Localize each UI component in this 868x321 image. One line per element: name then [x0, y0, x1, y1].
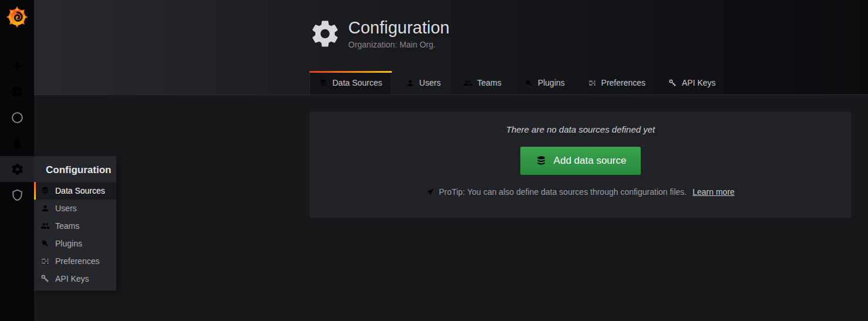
protip-text: ProTip: You can also define data sources… [439, 187, 687, 197]
plug-icon [41, 239, 50, 248]
flyout-item-preferences[interactable]: Preferences [34, 252, 116, 270]
tab-label: Preferences [601, 78, 645, 87]
tab-label: Plugins [538, 78, 565, 87]
tab-api-keys[interactable]: API Keys [660, 72, 725, 94]
tab-data-sources[interactable]: Data Sources [309, 71, 392, 94]
tab-label: Teams [477, 78, 501, 87]
tab-label: API Keys [682, 78, 716, 87]
flyout-item-teams[interactable]: Teams [34, 217, 116, 235]
tab-users[interactable]: Users [397, 72, 450, 94]
sidebar-item-dashboards[interactable] [0, 79, 34, 104]
tab-bar: Data Sources Users Teams Plugins Prefere… [309, 71, 730, 94]
users-icon [463, 79, 472, 87]
shield-icon [11, 188, 24, 202]
user-icon [406, 79, 415, 87]
gear-icon [11, 163, 24, 176]
empty-state-message: There are no data sources defined yet [506, 124, 655, 134]
protip: ProTip: You can also define data sources… [426, 187, 735, 197]
add-data-source-button-label: Add data source [554, 155, 627, 167]
key-icon [41, 274, 50, 283]
flyout-item-label: Plugins [55, 239, 82, 248]
page-header-text: Configuration Organization: Main Org. [348, 18, 450, 49]
plug-icon [524, 79, 533, 87]
sidebar-item-explore[interactable] [0, 104, 34, 130]
sidebar-item-configuration[interactable] [0, 156, 34, 182]
sidebar-item-create[interactable] [0, 53, 34, 79]
page-header-content: Configuration Organization: Main Org. [309, 18, 450, 49]
flyout-item-api-keys[interactable]: API Keys [34, 270, 116, 288]
tab-teams[interactable]: Teams [455, 72, 510, 94]
flyout-item-label: Teams [55, 221, 79, 231]
flyout-item-plugins[interactable]: Plugins [34, 235, 116, 252]
sliders-icon [41, 256, 50, 266]
page-title: Configuration [348, 18, 450, 38]
sidebar [0, 0, 34, 321]
learn-more-link[interactable]: Learn more [692, 187, 735, 197]
flyout-item-label: API Keys [55, 274, 89, 283]
user-icon [41, 204, 50, 213]
page-subtitle: Organization: Main Org. [348, 40, 450, 49]
data-sources-empty-panel: There are no data sources defined yet Ad… [309, 111, 852, 218]
dashboards-grid-icon [11, 85, 24, 99]
key-icon [668, 79, 677, 87]
compass-icon [11, 111, 24, 124]
database-icon [535, 155, 547, 167]
users-icon [41, 221, 50, 231]
plus-icon [11, 59, 24, 73]
flyout-item-data-sources[interactable]: Data Sources [34, 182, 116, 200]
rocket-icon [426, 188, 435, 196]
tab-label: Data Sources [332, 78, 382, 87]
bell-icon [11, 137, 24, 150]
sidebar-item-server-admin[interactable] [0, 182, 34, 208]
grafana-logo[interactable] [0, 0, 34, 31]
page-header: Configuration Organization: Main Org. Da… [34, 0, 868, 95]
sliders-icon [588, 79, 597, 87]
flyout-item-label: Preferences [55, 256, 99, 266]
flyout-title: Configuration [34, 156, 116, 182]
tab-plugins[interactable]: Plugins [516, 72, 574, 94]
sidebar-nav [0, 53, 34, 208]
sidebar-item-alerting[interactable] [0, 130, 34, 156]
tab-label: Users [419, 78, 441, 87]
database-icon [41, 186, 50, 195]
page: Configuration Organization: Main Org. Da… [34, 0, 868, 321]
flyout-item-label: Data Sources [55, 186, 105, 195]
database-icon [319, 79, 328, 87]
gear-icon [309, 18, 341, 49]
flyout-item-users[interactable]: Users [34, 200, 116, 217]
flyout-item-label: Users [55, 204, 77, 213]
configuration-flyout: Configuration Data Sources Users Teams P… [34, 156, 116, 290]
add-data-source-button[interactable]: Add data source [520, 147, 641, 175]
tab-preferences[interactable]: Preferences [579, 72, 654, 94]
page-content: There are no data sources defined yet Ad… [34, 95, 868, 321]
